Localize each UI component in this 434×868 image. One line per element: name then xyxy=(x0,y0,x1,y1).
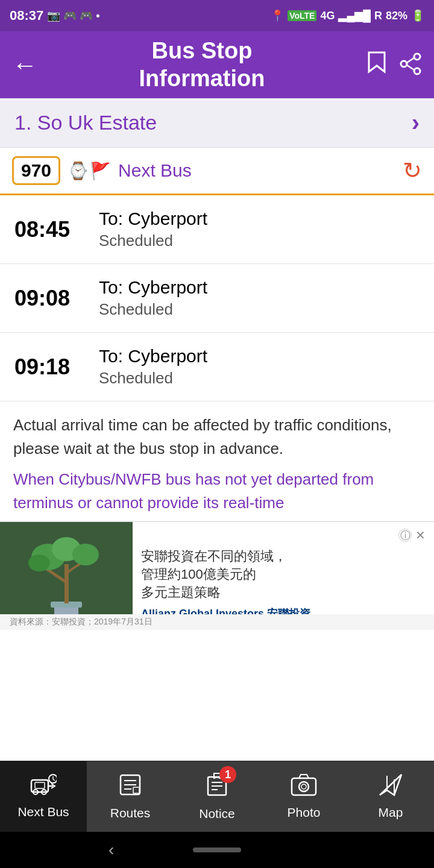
svg-line-20 xyxy=(53,779,55,781)
routes-icon xyxy=(118,773,142,802)
system-back-arrow[interactable]: ‹ xyxy=(108,840,114,860)
battery: 82% xyxy=(386,10,407,22)
notice-badge: 1 xyxy=(219,766,236,783)
next-bus-label: Next Bus xyxy=(118,160,192,181)
bus-info-3: To: Cyberport Scheduled xyxy=(99,346,420,388)
route-info-group: 970 ⌚ 🚩 Next Bus xyxy=(12,156,192,185)
svg-rect-30 xyxy=(292,778,316,795)
system-nav-bar: ‹ xyxy=(0,832,434,868)
signal-icon: 📍 xyxy=(271,9,284,22)
svg-line-4 xyxy=(407,65,414,70)
bus-time-3: 09:18 xyxy=(14,354,99,380)
battery-icon: 🔋 xyxy=(411,9,424,22)
svg-point-1 xyxy=(401,61,407,67)
svg-rect-25 xyxy=(133,787,139,793)
bus-time-2: 09:08 xyxy=(14,286,99,311)
svg-point-0 xyxy=(414,54,420,60)
bus-destination-2: To: Cyberport xyxy=(99,277,420,298)
bus-times-list: 08:45 To: Cyberport Scheduled 09:08 To: … xyxy=(0,195,434,401)
map-icon xyxy=(377,773,404,802)
svg-point-31 xyxy=(299,782,309,791)
watch-flag-icons: ⌚ 🚩 xyxy=(68,161,111,181)
ad-close-button[interactable]: ✕ xyxy=(415,528,426,542)
notice-main-text: Actual arrival time can be affected by t… xyxy=(13,414,421,461)
roaming-r: R xyxy=(374,10,382,22)
nav-photo[interactable]: Photo xyxy=(260,761,347,832)
home-pill[interactable] xyxy=(193,848,241,852)
svg-point-11 xyxy=(72,544,99,565)
clock: 08:37 xyxy=(10,8,43,24)
nav-notice[interactable]: 1 Notice xyxy=(174,761,260,832)
route-badge[interactable]: 970 xyxy=(12,156,60,185)
ad-footer: 資料來源：安聯投資；2019年7月31日 xyxy=(0,614,434,630)
nav-notice-label: Notice xyxy=(199,807,235,821)
refresh-button[interactable]: ↻ xyxy=(403,157,422,184)
nav-map[interactable]: Map xyxy=(347,761,434,832)
svg-point-32 xyxy=(301,784,306,789)
status-right: 📍 VoLTE 4G ▂▄▆█ R 82% 🔋 xyxy=(271,9,424,22)
ad-text-block: 安聯投資在不同的領域， 管理約100億美元的 多元主題策略 xyxy=(141,547,426,602)
nav-map-label: Map xyxy=(379,805,403,820)
nav-photo-label: Photo xyxy=(288,805,321,820)
share-button[interactable] xyxy=(399,52,422,78)
ad-text3: 多元主題策略 xyxy=(141,583,426,602)
title-line2: Information xyxy=(139,66,265,91)
svg-point-2 xyxy=(414,68,420,74)
ad-text1: 安聯投資在不同的領域， xyxy=(141,547,426,565)
route-header: 970 ⌚ 🚩 Next Bus ↻ xyxy=(0,148,434,195)
bus-time-1: 08:45 xyxy=(14,217,99,242)
network-4g: 4G xyxy=(320,10,335,22)
ad-info-icon[interactable]: ⓘ xyxy=(398,529,412,542)
svg-line-3 xyxy=(407,58,414,63)
volte-badge: VoLTE xyxy=(288,10,316,21)
bus-info-1: To: Cyberport Scheduled xyxy=(99,209,420,250)
nav-next-bus-label: Next Bus xyxy=(17,805,69,819)
photo-icon xyxy=(291,773,317,802)
header-actions xyxy=(366,50,422,80)
notice-purple-text: When Citybus/NWFB bus has not yet depart… xyxy=(13,468,421,515)
bus-entry-3: 09:18 To: Cyberport Scheduled xyxy=(0,333,434,401)
bus-status-1: Scheduled xyxy=(99,231,420,250)
nav-routes[interactable]: Routes xyxy=(87,761,174,832)
status-icons: 📷 🎮 🎮 • xyxy=(47,9,99,22)
signal-bars: ▂▄▆█ xyxy=(338,9,371,22)
back-button[interactable]: ← xyxy=(12,51,37,80)
bottom-nav: Next Bus Routes 1 Notice xyxy=(0,761,434,832)
svg-rect-8 xyxy=(64,564,69,603)
app-header: ← Bus StopInformation xyxy=(0,31,434,98)
title-line1: Bus Stop xyxy=(152,38,253,63)
svg-rect-16 xyxy=(35,782,45,788)
bus-info-2: To: Cyberport Scheduled xyxy=(99,277,420,319)
next-stop-button[interactable]: › xyxy=(412,109,420,136)
back-arrow-icon[interactable]: ← xyxy=(12,51,37,79)
nav-next-bus[interactable]: Next Bus xyxy=(0,761,87,832)
notice-section: Actual arrival time can be affected by t… xyxy=(0,401,434,521)
bus-status-3: Scheduled xyxy=(99,369,420,388)
bus-destination-1: To: Cyberport xyxy=(99,209,420,229)
next-bus-icon xyxy=(30,774,57,801)
bus-destination-3: To: Cyberport xyxy=(99,346,420,366)
header-title: Bus StopInformation xyxy=(37,37,366,92)
nav-routes-label: Routes xyxy=(110,806,151,820)
flag-icon: 🚩 xyxy=(90,161,111,181)
bus-status-2: Scheduled xyxy=(99,300,420,319)
watch-icon: ⌚ xyxy=(68,161,89,181)
bus-entry-2: 09:08 To: Cyberport Scheduled xyxy=(0,264,434,333)
bookmark-button[interactable] xyxy=(366,50,387,80)
stop-name: 1. So Uk Estate xyxy=(14,111,157,134)
ad-banner: ⓘ ✕ 安聯投資在不同的領域， 管理約100億美元的 多元主題策略 Allian… xyxy=(0,521,434,630)
status-time: 08:37 📷 🎮 🎮 • xyxy=(10,8,100,24)
stop-name-bar: 1. So Uk Estate › xyxy=(0,98,434,148)
bus-entry-1: 08:45 To: Cyberport Scheduled xyxy=(0,195,434,264)
main-content: 1. So Uk Estate › 970 ⌚ 🚩 Next Bus ↻ 08:… xyxy=(0,98,434,738)
svg-point-12 xyxy=(28,555,50,571)
ad-bonsai-image xyxy=(18,528,115,624)
svg-marker-33 xyxy=(380,775,401,795)
ad-close-row: ⓘ ✕ xyxy=(141,528,426,542)
status-bar: 08:37 📷 🎮 🎮 • 📍 VoLTE 4G ▂▄▆█ R 82% 🔋 xyxy=(0,0,434,31)
ad-text2: 管理約100億美元的 xyxy=(141,565,426,583)
